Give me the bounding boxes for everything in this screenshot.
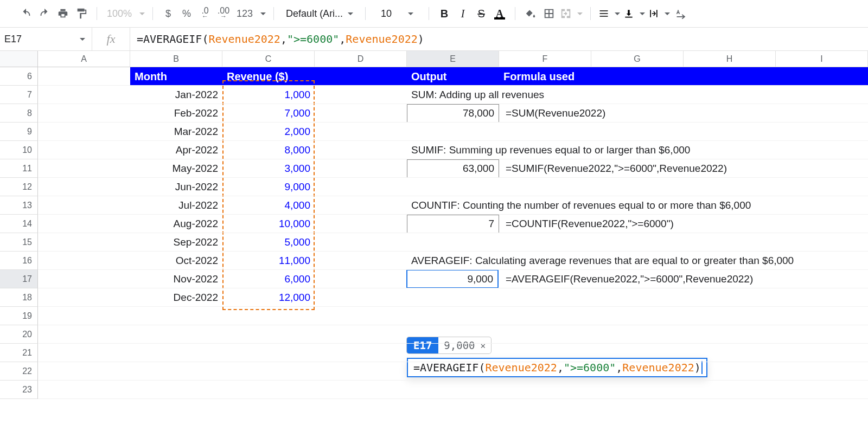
column-header-H[interactable]: H (684, 51, 776, 67)
month-cell[interactable]: Nov-2022 (130, 270, 222, 288)
row-header-13[interactable]: 13 (0, 196, 38, 215)
increase-decimal-button[interactable]: .00 → (216, 6, 231, 21)
sumif-formula: =SUMIF(Revenue2022,">=6000",Revenue2022) (501, 159, 868, 178)
bold-button[interactable]: B (437, 6, 452, 21)
revenue-cell[interactable]: 10,000 (222, 215, 315, 233)
merge-cells-dropdown[interactable] (560, 8, 583, 20)
revenue-cell[interactable]: 1,000 (222, 86, 315, 104)
toolbar-separator (97, 7, 97, 20)
row-header-20[interactable]: 20 (0, 325, 38, 344)
revenue-cell[interactable]: 8,000 (222, 141, 315, 159)
undo-button[interactable] (18, 6, 34, 21)
inline-formula-editor[interactable]: =AVERAGEIF(Revenue2022,">=6000",Revenue2… (407, 358, 707, 377)
decrease-decimal-button[interactable]: .0 ← (197, 6, 213, 21)
row-header-17[interactable]: 17 (0, 270, 38, 288)
revenue-cell[interactable]: 6,000 (222, 270, 315, 288)
row-header-19[interactable]: 19 (0, 307, 38, 325)
month-cell[interactable]: Jul-2022 (130, 196, 222, 215)
font-family-dropdown[interactable]: Default (Ari... (282, 6, 358, 21)
formula-token: , (280, 33, 287, 46)
column-header-E[interactable]: E (407, 51, 499, 67)
toolbar-separator (152, 7, 153, 20)
formula-result-chip[interactable]: E17 9,000 ✕ (407, 337, 491, 353)
text-wrap-dropdown[interactable] (648, 8, 670, 19)
row-header-11[interactable]: 11 (0, 159, 38, 178)
italic-button[interactable]: I (455, 6, 470, 21)
more-formats-dropdown[interactable]: 123 (234, 8, 266, 20)
month-cell[interactable]: Apr-2022 (130, 141, 222, 159)
month-cell[interactable]: Sep-2022 (130, 233, 222, 252)
row-header-23[interactable]: 23 (0, 381, 38, 399)
toolbar-separator (365, 7, 366, 20)
row-header-15[interactable]: 15 (0, 233, 38, 252)
row-header-22[interactable]: 22 (0, 362, 38, 381)
sum-formula: =SUM(Revenue2022) (501, 104, 868, 123)
row-header-16[interactable]: 16 (0, 252, 38, 270)
horizontal-align-dropdown[interactable] (598, 8, 620, 19)
fill-color-button[interactable] (523, 6, 538, 21)
cells-area[interactable]: Month Revenue ($) Output Formula used SU… (38, 67, 868, 403)
align-icon (598, 8, 609, 19)
row-header-8[interactable]: 8 (0, 104, 38, 123)
column-header-F[interactable]: F (499, 51, 591, 67)
sum-output[interactable]: 78,000 (407, 104, 499, 123)
column-header-B[interactable]: B (130, 51, 222, 67)
text-color-button[interactable]: A (492, 6, 507, 21)
more-formats-label: 123 (234, 8, 255, 20)
month-cell[interactable]: Jun-2022 (130, 178, 222, 196)
row-header-14[interactable]: 14 (0, 215, 38, 233)
strike-button[interactable]: S (474, 6, 489, 21)
revenue-cell[interactable]: 4,000 (222, 196, 315, 215)
row-header-6[interactable]: 6 (0, 67, 38, 86)
month-cell[interactable]: May-2022 (130, 159, 222, 178)
row-header-9[interactable]: 9 (0, 123, 38, 141)
revenue-cell[interactable]: 7,000 (222, 104, 315, 123)
column-header-G[interactable]: G (591, 51, 684, 67)
name-box[interactable]: E17 (0, 28, 92, 50)
month-cell[interactable]: Feb-2022 (130, 104, 222, 123)
revenue-cell[interactable]: 9,000 (222, 178, 315, 196)
formula-input[interactable]: =AVERAGEIF( Revenue2022 , ">=6000" , Rev… (130, 28, 868, 50)
month-cell[interactable]: Dec-2022 (130, 288, 222, 307)
column-header-C[interactable]: C (222, 51, 315, 67)
revenue-cell[interactable]: 3,000 (222, 159, 315, 178)
close-icon[interactable]: ✕ (481, 340, 486, 351)
countif-output[interactable]: 7 (407, 215, 499, 233)
text-rotate-button[interactable] (673, 6, 688, 21)
row-header-12[interactable]: 12 (0, 178, 38, 196)
avgif-output[interactable]: 9,000 (406, 269, 499, 288)
revenue-cell[interactable]: 11,000 (222, 252, 315, 270)
chevron-down-icon (139, 12, 145, 15)
currency-format-button[interactable]: $ (161, 6, 176, 21)
font-size-value: 10 (381, 8, 392, 20)
fill-color-icon (525, 8, 537, 20)
name-box-value: E17 (4, 34, 22, 45)
font-size-dropdown[interactable]: 10 (373, 6, 421, 21)
month-cell[interactable]: Oct-2022 (130, 252, 222, 270)
row-header-10[interactable]: 10 (0, 141, 38, 159)
text-color-icon: A (496, 10, 503, 17)
row-header-7[interactable]: 7 (0, 86, 38, 104)
column-header-I[interactable]: I (776, 51, 868, 67)
redo-button[interactable] (37, 6, 52, 21)
redo-icon (39, 8, 50, 20)
borders-button[interactable] (541, 6, 557, 21)
sumif-output[interactable]: 63,000 (407, 159, 499, 178)
month-cell[interactable]: Jan-2022 (130, 86, 222, 104)
row-header-21[interactable]: 21 (0, 344, 38, 362)
month-cell[interactable]: Aug-2022 (130, 215, 222, 233)
column-header-A[interactable]: A (38, 51, 130, 67)
revenue-cell[interactable]: 12,000 (222, 288, 315, 307)
select-all-corner[interactable] (0, 51, 38, 67)
percent-format-button[interactable]: % (179, 6, 194, 21)
zoom-dropdown[interactable]: 100% (105, 8, 145, 20)
row-header-18[interactable]: 18 (0, 288, 38, 307)
revenue-cell[interactable]: 2,000 (222, 123, 315, 141)
month-cell[interactable]: Mar-2022 (130, 123, 222, 141)
revenue-cell[interactable]: 5,000 (222, 233, 315, 252)
vertical-align-dropdown[interactable] (623, 8, 645, 19)
column-header-D[interactable]: D (315, 51, 407, 67)
paint-format-button[interactable] (74, 6, 89, 21)
print-button[interactable] (55, 6, 71, 21)
chevron-down-icon (640, 12, 645, 15)
